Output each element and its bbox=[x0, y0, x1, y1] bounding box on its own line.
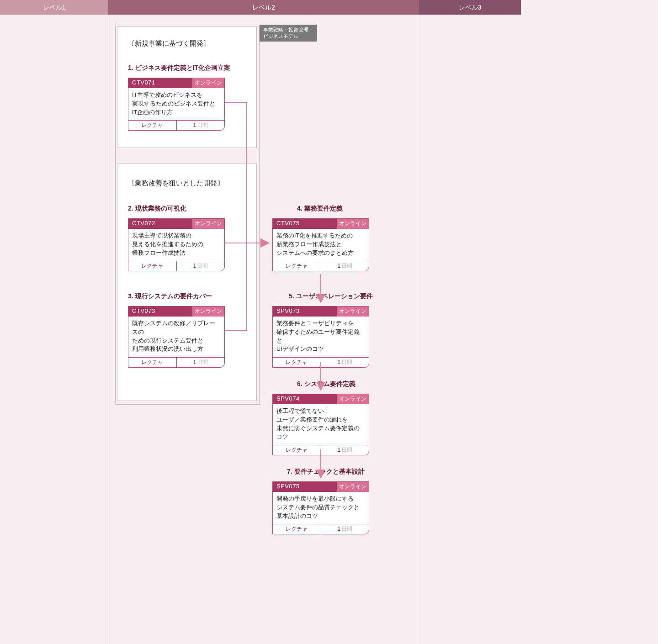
step-title-5: 5. ユーザオペレーション要件 bbox=[289, 292, 373, 301]
course-duration: 1日間 bbox=[321, 261, 369, 271]
group-title-2: 〔業務改善を狙いとした開発〕 bbox=[128, 179, 224, 188]
course-duration: 1日間 bbox=[177, 261, 225, 271]
online-badge: オンライン bbox=[192, 78, 224, 88]
online-badge: オンライン bbox=[337, 394, 369, 404]
course-description: 業務要件とユーザビリティを確保するためのユーザ要件定義とUIデザインのコツ bbox=[273, 317, 369, 357]
course-duration: 1日間 bbox=[321, 358, 369, 367]
panel-label-line1: 事業戦略・投資管理・ bbox=[263, 27, 313, 32]
course-description: IT主導で攻めのビジネスを実現するためのビジネス要件とIT企画の作り方 bbox=[128, 88, 224, 120]
level-header-2: レベル2 bbox=[108, 0, 419, 15]
course-code: SPV075 bbox=[273, 482, 337, 492]
column-bg-3 bbox=[419, 15, 521, 644]
course-card-spv073[interactable]: SPV073オンライン業務要件とユーザビリティを確保するためのユーザ要件定義とU… bbox=[272, 306, 369, 368]
course-code: CTV075 bbox=[273, 219, 337, 229]
group-title-1: 〔新規事業に基づく開発〕 bbox=[128, 39, 210, 48]
course-code: CTV073 bbox=[128, 306, 192, 317]
course-card-ctv075[interactable]: CTV075オンライン業務のIT化を推進するための新業務フロー作成技法とシステム… bbox=[272, 218, 369, 271]
course-duration: 1日間 bbox=[177, 121, 225, 130]
step-title-6: 6. システム要件定義 bbox=[297, 380, 356, 388]
course-card-ctv071[interactable]: CTV071オンラインIT主導で攻めのビジネスを実現するためのビジネス要件とIT… bbox=[128, 78, 225, 131]
step-title-1: 1. ビジネス要件定義とIT化企画立案 bbox=[128, 64, 230, 72]
course-duration: 1日間 bbox=[177, 358, 225, 367]
course-code: SPV074 bbox=[273, 394, 337, 404]
level-header-1: レベル1 bbox=[0, 0, 108, 15]
course-card-spv075[interactable]: SPV075オンライン開発の手戻りを最小限にするシステム要件の品質チェックと基本… bbox=[272, 481, 369, 534]
step-title-7: 7. 要件チェックと基本設計 bbox=[287, 468, 365, 476]
course-card-ctv072[interactable]: CTV072オンライン現場主導で現状業務の見える化を推進するための業務フロー作成… bbox=[128, 218, 225, 271]
course-code: SPV073 bbox=[273, 306, 337, 317]
online-badge: オンライン bbox=[192, 219, 224, 229]
online-badge: オンライン bbox=[192, 306, 224, 317]
course-type: レクチャ bbox=[273, 358, 321, 367]
course-type: レクチャ bbox=[273, 261, 321, 271]
course-code: CTV071 bbox=[128, 78, 192, 88]
course-description: 後工程で慌てない！ユーザ／業務要件の漏れを未然に防ぐシステム要件定義のコツ bbox=[273, 404, 369, 445]
course-code: CTV072 bbox=[128, 219, 192, 229]
course-duration: 1日間 bbox=[321, 445, 369, 455]
course-description: 業務のIT化を推進するための新業務フロー作成技法とシステムへの要求のまとめ方 bbox=[273, 229, 369, 261]
column-bg-1 bbox=[0, 15, 108, 644]
course-type: レクチャ bbox=[273, 524, 321, 534]
course-type: レクチャ bbox=[128, 358, 177, 367]
course-type: レクチャ bbox=[128, 261, 177, 271]
course-description: 開発の手戻りを最小限にするシステム要件の品質チェックと基本設計のコツ bbox=[273, 492, 369, 524]
course-card-ctv073[interactable]: CTV073オンライン既存システムの改修／リプレースのための現行システム要件と利… bbox=[128, 306, 225, 368]
step-title-2: 2. 現状業務の可視化 bbox=[128, 205, 186, 213]
course-type: レクチャ bbox=[273, 445, 321, 455]
course-type: レクチャ bbox=[128, 121, 177, 130]
course-description: 既存システムの改修／リプレースのための現行システム要件と利用業務状況の洗い出し方 bbox=[128, 317, 224, 357]
panel-label-line2: ビジネスモデル bbox=[263, 33, 298, 39]
online-badge: オンライン bbox=[337, 219, 369, 229]
step-title-4: 4. 業務要件定義 bbox=[297, 205, 343, 213]
level-header-3: レベル3 bbox=[419, 0, 521, 15]
online-badge: オンライン bbox=[337, 306, 369, 317]
online-badge: オンライン bbox=[337, 482, 369, 492]
course-description: 現場主導で現状業務の見える化を推進するための業務フロー作成技法 bbox=[128, 229, 224, 261]
course-card-spv074[interactable]: SPV074オンライン後工程で慌てない！ユーザ／業務要件の漏れを未然に防ぐシステ… bbox=[272, 394, 369, 455]
panel-category-label: 事業戦略・投資管理・ ビジネスモデル bbox=[260, 25, 317, 42]
diagram-frame: レベル1 レベル2 レベル3 事業戦略・投資管理・ ビジネスモデル 〔新規事業に… bbox=[0, 0, 521, 644]
course-duration: 1日間 bbox=[321, 524, 369, 534]
step-title-3: 3. 現行システムの要件カバー bbox=[128, 292, 212, 301]
